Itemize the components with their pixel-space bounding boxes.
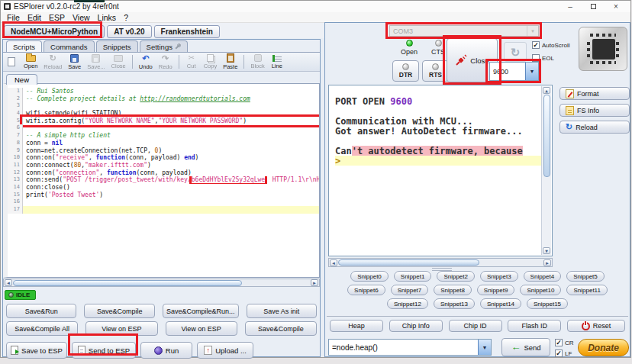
toolbar-cut-button[interactable]: ✂Cut bbox=[185, 54, 198, 69]
command-input[interactable] bbox=[329, 340, 478, 355]
snippet8-button[interactable]: Snippet8 bbox=[434, 285, 472, 295]
save-as-init-button[interactable]: Save As init bbox=[247, 304, 317, 318]
snippet2-button[interactable]: Snippet2 bbox=[437, 271, 475, 282]
code-line[interactable]: 11conn:connect(80,"maker.ifttt.com") bbox=[8, 162, 319, 169]
snippet4-button[interactable]: Snippet4 bbox=[524, 271, 562, 282]
flash-id-button[interactable]: Flash ID bbox=[508, 320, 561, 332]
toolbar-line-button[interactable]: Line bbox=[271, 55, 283, 69]
tab-settings[interactable]: Settings bbox=[140, 40, 188, 52]
code-line[interactable]: 5wifi.sta.config("YOUR NETWORK NAME","YO… bbox=[8, 118, 319, 125]
donate-button[interactable]: Donate bbox=[578, 339, 629, 356]
code-line[interactable]: 7-- A simple http client bbox=[8, 132, 319, 140]
reset-button[interactable]: Reset bbox=[567, 320, 625, 332]
send-to-esp-button[interactable]: Send to ESP bbox=[72, 342, 136, 359]
eol-option[interactable]: EOL bbox=[532, 54, 554, 62]
code-line[interactable]: 9conn=net.createConnection(net.TCP, 0) bbox=[8, 147, 319, 155]
firmware-tab-frankenshtein[interactable]: Frankenshtein bbox=[154, 25, 220, 38]
window-close-button[interactable]: × bbox=[605, 2, 627, 12]
code-line[interactable]: 1-- Rui Santos bbox=[8, 88, 319, 95]
file-tab-new[interactable]: New bbox=[6, 74, 37, 85]
tab-scripts[interactable]: Scripts bbox=[6, 40, 42, 52]
snippet11-button[interactable]: Snippet11 bbox=[566, 285, 607, 295]
view-on-esp-button[interactable]: View on ESP bbox=[166, 321, 237, 336]
toolbar-close-file-button[interactable]: Close bbox=[111, 55, 126, 69]
toolbar-save-button[interactable]: Save bbox=[68, 54, 81, 70]
code-line[interactable]: 13conn:send("POST /trigger/post_tweet/wi… bbox=[8, 176, 319, 184]
toolbar-redo-button[interactable]: ↷Redo bbox=[159, 54, 173, 70]
firmware-tab-at-v0-20[interactable]: AT v0.20 bbox=[107, 25, 151, 38]
scroll-right-icon[interactable]: ► bbox=[311, 279, 318, 286]
code-line[interactable]: 8conn = nil bbox=[8, 140, 319, 147]
com-port-select[interactable]: COM3 ▼ bbox=[389, 25, 539, 37]
chip-info-button[interactable]: Chip Info bbox=[389, 320, 443, 332]
terminal-vscroll-thumb[interactable] bbox=[543, 95, 550, 177]
eol-checkbox[interactable] bbox=[532, 54, 540, 62]
dtr-button[interactable]: DTR bbox=[392, 60, 419, 82]
lf-checkbox[interactable] bbox=[555, 350, 563, 357]
reload-button[interactable]: ↻Reload bbox=[559, 121, 630, 134]
firmware-tab-nodemcu-micropython[interactable]: NodeMCU+MicroPython bbox=[4, 25, 105, 38]
snippet10-button[interactable]: Snippet10 bbox=[520, 285, 561, 295]
terminal-vscrollbar[interactable]: ▲ ▼ bbox=[541, 86, 551, 255]
refresh-ports-button[interactable]: ↻ bbox=[504, 42, 527, 62]
send-button[interactable]: ← Send bbox=[501, 338, 550, 356]
toolbar-copy-button[interactable]: Copy bbox=[204, 54, 218, 69]
menu-item-file[interactable]: File bbox=[3, 13, 24, 22]
menu-item-links[interactable]: Links bbox=[94, 13, 121, 22]
terminal-hscroll-thumb[interactable] bbox=[338, 259, 479, 266]
menu-item-edit[interactable]: Edit bbox=[24, 13, 45, 22]
format-button[interactable]: Format bbox=[559, 87, 630, 100]
editor-hscroll-thumb[interactable] bbox=[13, 280, 242, 286]
rts-button[interactable]: RTS bbox=[422, 60, 449, 82]
snippet12-button[interactable]: Snippet12 bbox=[387, 298, 428, 309]
code-line[interactable]: 15print('Posted Tweet') bbox=[8, 192, 319, 199]
save-compile-run-button[interactable]: Save&Compile&Run... bbox=[163, 304, 239, 318]
editor-hscrollbar[interactable]: ◄ ► bbox=[3, 279, 320, 287]
toolbar-block-button[interactable]: Block bbox=[250, 54, 264, 69]
scroll-left-icon[interactable]: ◄ bbox=[330, 259, 337, 266]
terminal-output[interactable]: PORT OPEN 9600Communication with MCU...G… bbox=[328, 85, 553, 256]
open-indicator[interactable]: Open bbox=[395, 40, 423, 56]
cr-checkbox[interactable] bbox=[555, 339, 563, 346]
code-line[interactable]: 2-- Complete project details at http://r… bbox=[8, 95, 319, 103]
code-line[interactable]: 6 bbox=[8, 124, 319, 132]
terminal-hscrollbar[interactable]: ◄ ► bbox=[328, 258, 553, 267]
maximize-button[interactable] bbox=[582, 2, 605, 12]
save-compile-all-button[interactable]: Save&Compile All bbox=[6, 321, 78, 336]
title-bar[interactable]: ESPlorer v0.2.0-rc2 by 4refr0nt – × bbox=[1, 1, 630, 12]
scroll-down-icon[interactable]: ▼ bbox=[543, 247, 550, 254]
fs-info-button[interactable]: FS Info bbox=[559, 104, 630, 117]
scroll-right-icon[interactable]: ► bbox=[543, 259, 551, 266]
scroll-left-icon[interactable]: ◄ bbox=[5, 279, 12, 286]
save-to-esp-button[interactable]: Save to ESP bbox=[6, 342, 67, 359]
code-line[interactable]: 10conn:on("receive", function(conn, payl… bbox=[8, 154, 319, 162]
tab-commands[interactable]: Commands bbox=[44, 40, 95, 52]
toolbar-open-button[interactable]: Open bbox=[24, 55, 37, 69]
toolbar-new-file-button[interactable] bbox=[5, 57, 18, 66]
scroll-track[interactable] bbox=[547, 178, 547, 246]
view-on-esp-button[interactable]: View on ESP bbox=[85, 321, 157, 336]
minimize-button[interactable]: – bbox=[559, 2, 582, 12]
save-run-button[interactable]: Save&Run bbox=[6, 304, 76, 318]
baud-rate-select[interactable]: 9600 ▼ bbox=[489, 62, 539, 81]
toolbar-reload-button[interactable]: ↻Reload bbox=[44, 54, 62, 70]
run-button[interactable]: Run bbox=[140, 342, 192, 359]
code-editor[interactable]: 1-- Rui Santos2-- Complete project detai… bbox=[3, 83, 320, 278]
code-line[interactable]: 3 bbox=[8, 102, 319, 110]
snippet7-button[interactable]: Snippet7 bbox=[391, 285, 429, 295]
snippet0-button[interactable]: Snippet0 bbox=[350, 271, 389, 282]
code-line[interactable]: 17 bbox=[8, 206, 319, 214]
snippet14-button[interactable]: Snippet14 bbox=[480, 298, 521, 309]
autoscroll-checkbox[interactable] bbox=[532, 41, 540, 49]
chevron-down-icon[interactable]: ▼ bbox=[527, 26, 538, 36]
scroll-up-icon[interactable]: ▲ bbox=[543, 87, 550, 94]
snippet5-button[interactable]: Snippet5 bbox=[566, 271, 605, 282]
menu-item-esp[interactable]: ESP bbox=[45, 13, 69, 22]
snippet15-button[interactable]: Snippet15 bbox=[527, 298, 568, 309]
snippet1-button[interactable]: Snippet1 bbox=[394, 271, 432, 282]
toolbar-undo-button[interactable]: ↶Undo bbox=[139, 54, 153, 70]
heap-button[interactable]: Heap bbox=[330, 320, 383, 332]
upload-button[interactable]: Upload ... bbox=[197, 342, 253, 359]
lf-option[interactable]: LF bbox=[555, 350, 574, 357]
snippet13-button[interactable]: Snippet13 bbox=[434, 298, 475, 309]
